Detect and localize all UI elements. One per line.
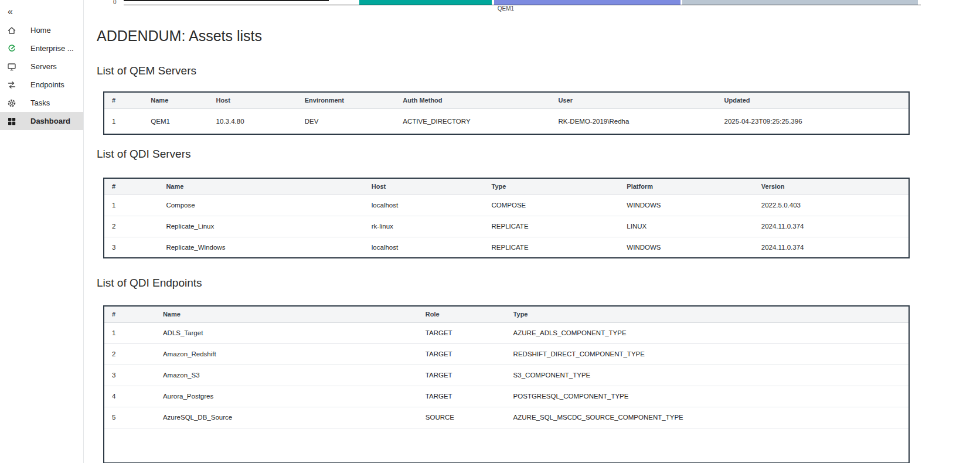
endpoints-icon (6, 80, 17, 90)
table-cell: localhost (364, 237, 484, 258)
column-header: Name (155, 306, 418, 322)
page-title: ADDENDUM: Assets lists (97, 26, 910, 46)
column-header: # (104, 178, 158, 195)
table-cell: AzureSQL_DB_Source (155, 407, 418, 428)
table-cell: 4 (104, 386, 155, 407)
sidebar-item-label: Endpoints (30, 80, 64, 89)
column-header: Host (364, 178, 484, 195)
column-header: Name (158, 178, 363, 195)
table-cell (104, 428, 909, 463)
home-icon (6, 26, 17, 35)
column-header: # (104, 306, 155, 322)
table-cell: localhost (364, 195, 484, 216)
table-cell: 3 (104, 365, 155, 386)
table-header-row: #NameHostTypePlatformVersion (104, 178, 909, 195)
table-cell: Amazon_S3 (155, 365, 418, 386)
table-cell: 2024.11.0.374 (754, 237, 909, 258)
table-cell: POSTGRESQL_COMPONENT_TYPE (506, 386, 909, 407)
sidebar-item-label: Home (30, 26, 51, 35)
table-cell: Amazon_Redshift (155, 343, 418, 365)
table-cell: COMPOSE (484, 195, 620, 216)
table-cell: TARGET (418, 343, 506, 365)
sidebar-item-home[interactable]: Home (0, 21, 83, 39)
table-cell: Replicate_Windows (158, 237, 363, 258)
table-row: 1ComposelocalhostCOMPOSEWINDOWS2022.5.0.… (104, 195, 909, 216)
table-row: 4Aurora_PostgresTARGETPOSTGRESQL_COMPONE… (104, 386, 909, 407)
table-cell: 10.3.4.80 (209, 108, 297, 134)
table-cell: Aurora_Postgres (155, 386, 418, 407)
qdi-servers-table: #NameHostTypePlatformVersion1Composeloca… (103, 178, 910, 258)
enterprise-icon (6, 44, 17, 53)
gear-icon (6, 98, 17, 108)
table-row: 2Amazon_RedshiftTARGETREDSHIFT_DIRECT_CO… (104, 343, 909, 365)
table-cell: 2 (104, 343, 155, 365)
chart-y-axis-tick: 0 (113, 0, 117, 5)
chart-bar-segment-gray (682, 0, 918, 5)
chart-x-axis-label: QEM1 (493, 5, 519, 12)
table-cell: REPLICATE (484, 237, 620, 258)
table-cell: TARGET (418, 386, 506, 407)
table-cell: S3_COMPONENT_TYPE (506, 365, 909, 386)
sidebar-item-label: Enterprise ... (30, 44, 74, 53)
table-cell: rk-linux (364, 216, 484, 237)
column-header: Platform (619, 178, 753, 195)
table-cell: 5 (104, 407, 155, 428)
table-header-row: #NameHostEnvironmentAuth MethodUserUpdat… (104, 92, 909, 108)
table-cell: 1 (104, 322, 155, 343)
sidebar-item-servers[interactable]: Servers (0, 57, 83, 76)
table-cell: REPLICATE (484, 216, 620, 237)
servers-icon (6, 62, 17, 72)
table-row-partial (104, 428, 909, 463)
truncated-bar-chart: 0 QEM1 (97, 0, 910, 11)
table-cell: RK-DEMO-2019\Redha (551, 108, 717, 134)
table-cell: TARGET (418, 365, 506, 386)
table-cell: SOURCE (418, 407, 506, 428)
sidebar-item-label: Servers (30, 62, 57, 71)
sidebar-item-enterprise[interactable]: Enterprise ... (0, 39, 83, 57)
section-heading-qdi-servers: List of QDI Servers (97, 147, 910, 162)
column-header: Updated (717, 92, 909, 108)
collapse-chevrons-icon: « (8, 6, 13, 16)
column-header: # (104, 92, 143, 108)
table-cell: AZURE_SQL_MSCDC_SOURCE_COMPONENT_TYPE (506, 407, 909, 428)
table-cell: REDSHIFT_DIRECT_COMPONENT_TYPE (506, 343, 909, 365)
table-row: 1ADLS_TargetTARGETAZURE_ADLS_COMPONENT_T… (104, 322, 909, 343)
column-header: Name (143, 92, 208, 108)
table-cell: 2022.5.0.403 (754, 195, 909, 216)
column-header: Version (754, 178, 909, 195)
column-header: User (551, 92, 717, 108)
sidebar-item-endpoints[interactable]: Endpoints (0, 76, 83, 94)
table-cell: 1 (104, 195, 158, 216)
chart-bar-segment-blue (494, 0, 680, 5)
table-row: 3Amazon_S3TARGETS3_COMPONENT_TYPE (104, 365, 909, 386)
dashboard-grid-icon (6, 117, 17, 126)
table-cell: Replicate_Linux (158, 216, 363, 237)
chart-bar-segment-teal (359, 0, 492, 5)
sidebar-item-tasks[interactable]: Tasks (0, 94, 83, 112)
column-header: Auth Method (395, 92, 550, 108)
table-row: 5AzureSQL_DB_SourceSOURCEAZURE_SQL_MSCDC… (104, 407, 909, 428)
section-heading-qem-servers: List of QEM Servers (97, 63, 910, 79)
table-row: 2Replicate_Linuxrk-linuxREPLICATELINUX20… (104, 216, 909, 237)
table-cell: QEM1 (143, 108, 208, 134)
table-cell: AZURE_ADLS_COMPONENT_TYPE (506, 322, 909, 343)
column-header: Host (209, 92, 297, 108)
table-header-row: #NameRoleType (104, 306, 909, 322)
table-cell: ACTIVE_DIRECTORY (395, 108, 550, 134)
column-header: Role (418, 306, 506, 322)
table-cell: 2025-04-23T09:25:25.396 (717, 108, 909, 134)
column-header: Type (506, 306, 909, 322)
table-cell: 3 (104, 237, 158, 258)
table-cell: WINDOWS (619, 195, 753, 216)
section-heading-qdi-endpoints: List of QDI Endpoints (97, 275, 910, 291)
sidebar-item-label: Dashboard (30, 117, 70, 125)
sidebar-collapse-button[interactable]: « (0, 7, 83, 18)
sidebar-item-label: Tasks (30, 98, 50, 107)
chart-x-axis-line (124, 5, 921, 5)
qem-servers-table: #NameHostEnvironmentAuth MethodUserUpdat… (103, 91, 910, 135)
sidebar-item-dashboard[interactable]: Dashboard (0, 112, 83, 130)
table-cell: 2 (104, 216, 158, 237)
table-cell: TARGET (418, 322, 506, 343)
table-cell: 1 (104, 108, 143, 134)
app-window: « Home Enterprise ... (0, 0, 980, 463)
